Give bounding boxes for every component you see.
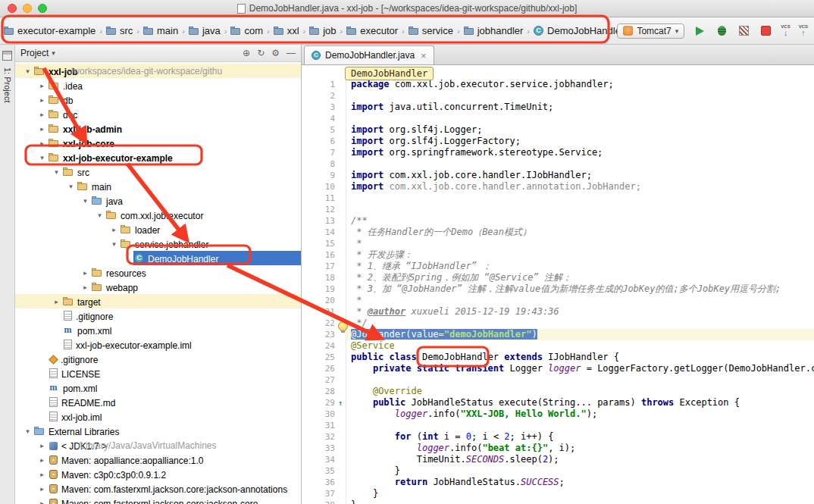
tree-item-readme.md[interactable]: README.md	[15, 395, 301, 409]
code-line-32[interactable]: 32 for (int i = 0; i < 2; i++) {	[302, 431, 814, 443]
code-line-1[interactable]: 1package com.xxl.job.executor.service.jo…	[302, 79, 814, 90]
chevron-collapsed-icon[interactable]: ▸	[80, 283, 90, 291]
chevron-expanded-icon[interactable]: ▾	[23, 67, 33, 75]
tree-item-xxl-job.iml[interactable]: xxl-job.iml	[15, 409, 301, 424]
code-line-25[interactable]: 25public class DemoJobHandler extends IJ…	[302, 352, 814, 363]
minimize-window-button[interactable]	[23, 4, 32, 13]
breadcrumb-item-executor-example[interactable]: executor-example	[2, 23, 98, 38]
code-line-7[interactable]: 7import org.springframework.stereotype.S…	[302, 147, 814, 158]
tree-item-webapp[interactable]: ▸webapp	[15, 280, 301, 294]
tree-item-xxl-job-admin[interactable]: ▸xxl-job-admin	[15, 121, 301, 136]
tree-item-service.jobhandler[interactable]: ▾service.jobhandler	[15, 236, 301, 251]
code-line-6[interactable]: 6import org.slf4j.LoggerFactory;	[302, 136, 814, 147]
chevron-collapsed-icon[interactable]: ▸	[80, 269, 90, 277]
code-line-20[interactable]: 20 *	[302, 295, 814, 306]
tree-item-main[interactable]: ▾main	[15, 179, 301, 193]
code-line-17[interactable]: 17 * 1、继承 “IJobHandler” ；	[302, 261, 814, 272]
sync-icon[interactable]: ↻	[257, 48, 265, 58]
breadcrumb-item-src[interactable]: src	[104, 23, 135, 38]
code-line-13[interactable]: 13/**	[302, 215, 814, 227]
tree-item-target[interactable]: ▸target	[15, 294, 301, 308]
breadcrumb-item-main[interactable]: main	[141, 23, 180, 38]
chevron-collapsed-icon[interactable]: ▸	[37, 82, 47, 89]
run-configuration-select[interactable]: Tomcat7 ▾	[617, 23, 684, 39]
tree-item-xxl-job-core[interactable]: ▸xxl-job-core	[15, 136, 301, 150]
tree-item-java[interactable]: ▾java	[15, 193, 301, 208]
code-line-16[interactable]: 16 * 开发步骤：	[302, 249, 814, 261]
override-marker-icon[interactable]: ↑	[335, 397, 346, 409]
code-line-24[interactable]: 24@Service	[302, 340, 814, 352]
breadcrumb-item-com[interactable]: com	[228, 23, 265, 38]
tree-item-db[interactable]: ▸db	[15, 92, 301, 107]
breadcrumb-item-java[interactable]: java	[186, 23, 223, 38]
code-line-37[interactable]: 37 }	[302, 488, 814, 499]
close-tab-icon[interactable]: ×	[421, 50, 427, 61]
code-line-22[interactable]: 22 */	[302, 318, 814, 329]
code-line-23[interactable]: 23@JobHander(value="demoJobHandler")	[302, 329, 814, 340]
chevron-collapsed-icon[interactable]: ▸	[37, 111, 47, 118]
chevron-collapsed-icon[interactable]: ▸	[37, 139, 47, 147]
intention-bulb-icon[interactable]	[338, 321, 348, 331]
hide-icon[interactable]: —	[286, 48, 296, 58]
vcs-update-button[interactable]: VCS ↓	[781, 24, 790, 37]
tree-item-maven-aopalliance-aopalliance-1.0[interactable]: ▸Maven: aopalliance:aopalliance:1.0	[15, 452, 301, 467]
tree-item-demojobhandler[interactable]: CDemoJobHandler	[15, 251, 301, 265]
chevron-collapsed-icon[interactable]: ▸	[37, 499, 47, 504]
breadcrumb-item-xxl[interactable]: xxl	[271, 23, 302, 38]
debug-button[interactable]	[715, 24, 728, 38]
chevron-collapsed-icon[interactable]: ▸	[37, 442, 47, 449]
stop-button[interactable]	[759, 24, 772, 38]
code-line-18[interactable]: 18 * 2、装配到Spring，例如加 “@Service” 注解；	[302, 272, 814, 283]
code-line-33[interactable]: 33 logger.info("beat at:{}", i);	[302, 443, 814, 454]
gear-icon[interactable]: ⚙	[271, 48, 280, 58]
code-line-38[interactable]: 38}	[302, 499, 814, 504]
chevron-expanded-icon[interactable]: ▾	[80, 197, 90, 205]
vcs-commit-button[interactable]: VCS ↑	[799, 24, 808, 37]
tree-item-xxl-job[interactable]: ▾xxl-job~/workspaces/idea-git-workspace/…	[15, 64, 301, 78]
chevron-collapsed-icon[interactable]: ▸	[37, 485, 47, 493]
editor-breadcrumb-chip[interactable]: DemoJobHandler	[345, 67, 434, 80]
chevron-collapsed-icon[interactable]: ▸	[37, 471, 47, 478]
code-line-26[interactable]: 26 private static transient Logger logge…	[302, 363, 814, 374]
breadcrumb-item-job[interactable]: job	[307, 23, 338, 38]
tree-item-pom.xml[interactable]: mpom.xml	[15, 380, 301, 395]
run-button[interactable]	[693, 24, 706, 38]
code-line-35[interactable]: 35 }	[302, 465, 814, 477]
code-line-12[interactable]: 12	[302, 204, 814, 215]
tree-item-jdk1.7[interactable]: ▸< JDK1.7 >/Library/Java/JavaVirtualMach…	[15, 438, 301, 452]
breadcrumb-item-service[interactable]: service	[406, 23, 456, 38]
code-line-2[interactable]: 2	[302, 90, 814, 102]
project-tool-window-icon[interactable]	[2, 51, 12, 61]
tree-item-com.xxl.job.executor[interactable]: ▾com.xxl.job.executor	[15, 208, 301, 222]
chevron-collapsed-icon[interactable]: ▸	[37, 96, 47, 104]
code-line-30[interactable]: 30 logger.info("XXL-JOB, Hello World.");	[302, 409, 814, 420]
chevron-expanded-icon[interactable]: ▾	[95, 211, 105, 219]
code-line-10[interactable]: 10import com.xxl.job.core.handler.annota…	[302, 181, 814, 193]
code-line-19[interactable]: 19 * 3、加 “@JobHander” 注解，注解value值为新增任务生成…	[302, 283, 814, 295]
code-line-27[interactable]: 27	[302, 374, 814, 386]
tree-item-license[interactable]: LICENSE	[15, 366, 301, 380]
chevron-expanded-icon[interactable]: ▾	[66, 183, 76, 190]
breadcrumb-item-executor[interactable]: executor	[344, 23, 400, 38]
code-line-11[interactable]: 11	[302, 193, 814, 204]
close-window-button[interactable]	[8, 4, 17, 13]
chevron-collapsed-icon[interactable]: ▸	[109, 226, 119, 233]
project-tool-window-button[interactable]: 1: Project	[3, 67, 12, 102]
breadcrumb-item-demojobhandler[interactable]: CDemoJobHandler	[531, 23, 617, 38]
code-line-5[interactable]: 5import org.slf4j.Logger;	[302, 124, 814, 136]
tree-item-resources[interactable]: ▸resources	[15, 265, 301, 280]
chevron-expanded-icon[interactable]: ▾	[52, 168, 61, 176]
code-line-8[interactable]: 8	[302, 158, 814, 170]
tree-item-.gitignore[interactable]: .gitignore	[15, 352, 301, 366]
code-line-9[interactable]: 9import com.xxl.job.core.handler.IJobHan…	[302, 170, 814, 181]
zoom-window-button[interactable]	[38, 4, 47, 13]
tree-item-xxl-job-executor-example[interactable]: ▾xxl-job-executor-example	[15, 150, 301, 164]
tree-item-maven-com.fasterxml.jackson.core-jackson-annotations[interactable]: ▸Maven: com.fasterxml.jackson.core:jacks…	[15, 481, 301, 496]
chevron-expanded-icon[interactable]: ▾	[109, 240, 119, 248]
chevron-expanded-icon[interactable]: ▾	[23, 427, 33, 435]
code-line-34[interactable]: 34 TimeUnit.SECONDS.sleep(2);	[302, 454, 814, 465]
code-line-21[interactable]: 21 * @author xuxueli 2015-12-19 19:43:36	[302, 306, 814, 318]
tree-item-doc[interactable]: ▸doc	[15, 107, 301, 121]
tree-item-xxl-job-executor-example.iml[interactable]: xxl-job-executor-example.iml	[15, 337, 301, 352]
chevron-collapsed-icon[interactable]: ▸	[37, 125, 47, 133]
